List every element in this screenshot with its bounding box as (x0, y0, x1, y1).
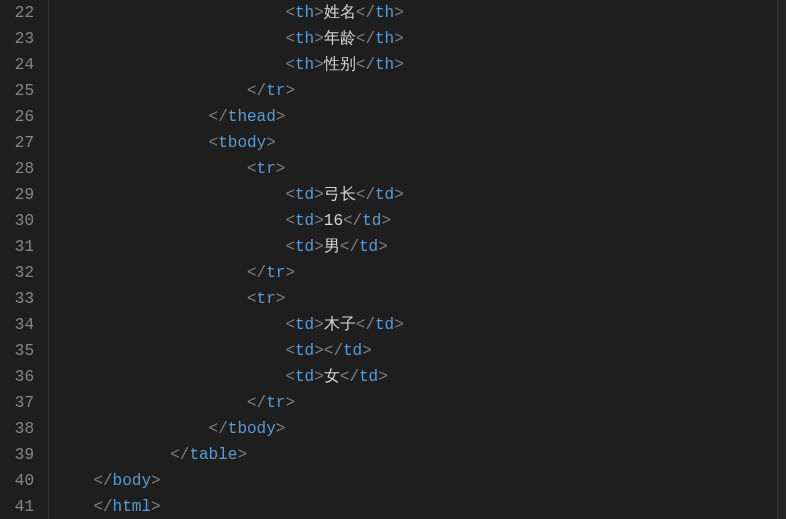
line-number: 23 (6, 26, 34, 52)
token-punct: > (276, 104, 286, 130)
token-tag: tr (266, 390, 285, 416)
code-line[interactable]: </thead> (55, 104, 777, 130)
token-punct: </ (356, 0, 375, 26)
token-punct: > (276, 156, 286, 182)
token-text: 木子 (324, 312, 356, 338)
token-punct: > (394, 52, 404, 78)
code-line[interactable]: <th>年龄</th> (55, 26, 777, 52)
token-punct: </ (356, 182, 375, 208)
line-number: 34 (6, 312, 34, 338)
token-punct: > (378, 234, 388, 260)
token-punct: < (247, 156, 257, 182)
token-punct: < (285, 52, 295, 78)
token-punct: > (394, 26, 404, 52)
token-punct: > (314, 338, 324, 364)
line-number: 41 (6, 494, 34, 519)
token-punct: </ (356, 312, 375, 338)
token-tag: td (295, 338, 314, 364)
line-number: 22 (6, 0, 34, 26)
token-punct: > (378, 364, 388, 390)
code-line[interactable]: </html> (55, 494, 777, 519)
line-number: 38 (6, 416, 34, 442)
token-punct: > (394, 312, 404, 338)
line-number: 32 (6, 260, 34, 286)
token-punct: </ (356, 52, 375, 78)
code-area[interactable]: <th>姓名</th><th>年龄</th><th>性别</th></tr></… (49, 0, 777, 519)
token-tag: td (295, 234, 314, 260)
token-tag: body (113, 468, 151, 494)
line-number: 26 (6, 104, 34, 130)
code-line[interactable]: <td>木子</td> (55, 312, 777, 338)
token-tag: td (295, 364, 314, 390)
line-number: 33 (6, 286, 34, 312)
token-punct: > (362, 338, 372, 364)
token-punct: </ (209, 104, 228, 130)
token-punct: < (285, 338, 295, 364)
token-punct: < (285, 312, 295, 338)
token-tag: td (375, 182, 394, 208)
token-tag: tr (257, 286, 276, 312)
token-punct: < (285, 234, 295, 260)
code-line[interactable]: <td>弓长</td> (55, 182, 777, 208)
line-number: 24 (6, 52, 34, 78)
token-tag: td (359, 234, 378, 260)
token-punct: > (314, 234, 324, 260)
token-punct: > (394, 0, 404, 26)
line-number: 31 (6, 234, 34, 260)
token-punct: > (314, 182, 324, 208)
token-punct: < (285, 208, 295, 234)
token-punct: > (151, 468, 161, 494)
token-punct: > (314, 52, 324, 78)
line-number: 25 (6, 78, 34, 104)
token-text: 男 (324, 234, 340, 260)
token-punct: > (314, 208, 324, 234)
code-line[interactable]: </tr> (55, 78, 777, 104)
code-line[interactable]: <td>16</td> (55, 208, 777, 234)
code-line[interactable]: </table> (55, 442, 777, 468)
code-line[interactable]: <tr> (55, 156, 777, 182)
token-tag: th (375, 0, 394, 26)
code-line[interactable]: </tbody> (55, 416, 777, 442)
code-line[interactable]: </body> (55, 468, 777, 494)
token-punct: </ (209, 416, 228, 442)
token-tag: tr (266, 260, 285, 286)
token-punct: < (285, 182, 295, 208)
token-punct: > (266, 130, 276, 156)
token-text: 年龄 (324, 26, 356, 52)
token-punct: </ (324, 338, 343, 364)
code-line[interactable]: <th>姓名</th> (55, 0, 777, 26)
code-line[interactable]: <td></td> (55, 338, 777, 364)
code-line[interactable]: <td>男</td> (55, 234, 777, 260)
token-punct: > (151, 494, 161, 519)
token-tag: th (375, 26, 394, 52)
token-punct: > (285, 390, 295, 416)
token-punct: < (285, 0, 295, 26)
line-number: 40 (6, 468, 34, 494)
code-line[interactable]: <th>性别</th> (55, 52, 777, 78)
token-tag: tr (257, 156, 276, 182)
code-line[interactable]: </tr> (55, 390, 777, 416)
token-punct: > (276, 286, 286, 312)
line-number: 37 (6, 390, 34, 416)
code-line[interactable]: </tr> (55, 260, 777, 286)
token-text: 弓长 (324, 182, 356, 208)
token-tag: th (295, 52, 314, 78)
token-punct: > (314, 26, 324, 52)
token-text: 姓名 (324, 0, 356, 26)
token-tag: th (295, 26, 314, 52)
token-punct: > (285, 78, 295, 104)
minimap[interactable] (777, 0, 786, 519)
token-tag: tbody (218, 130, 266, 156)
token-tag: table (189, 442, 237, 468)
code-line[interactable]: <td>女</td> (55, 364, 777, 390)
line-number: 35 (6, 338, 34, 364)
token-tag: td (375, 312, 394, 338)
code-line[interactable]: <tr> (55, 286, 777, 312)
token-punct: < (285, 364, 295, 390)
token-punct: </ (247, 260, 266, 286)
token-punct: < (247, 286, 257, 312)
token-tag: th (375, 52, 394, 78)
code-line[interactable]: <tbody> (55, 130, 777, 156)
code-editor[interactable]: 2223242526272829303132333435363738394041… (0, 0, 786, 519)
token-punct: </ (356, 26, 375, 52)
